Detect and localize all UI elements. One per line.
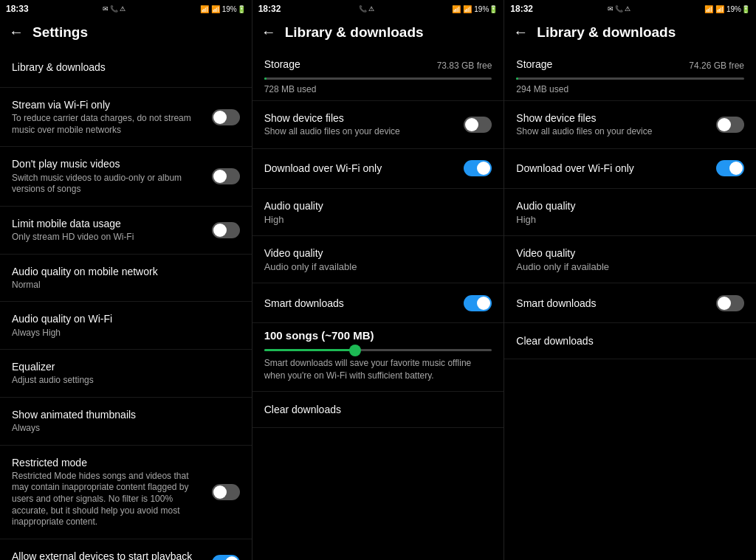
setting-item-animated-thumbnails[interactable]: Show animated thumbnailsAlways (0, 398, 252, 446)
setting-item-show-device-files[interactable]: Show device filesShow all audio files on… (252, 101, 504, 149)
setting-item-dont-play-videos[interactable]: Don't play music videosSwitch music vide… (0, 147, 252, 206)
setting-title: Equalizer (12, 360, 234, 373)
setting-item-audio-quality-2[interactable]: Audio qualityHigh (504, 189, 756, 236)
toggle-switch[interactable] (212, 222, 240, 238)
setting-title: Smart downloads (516, 297, 710, 310)
back-button[interactable]: ← (261, 24, 276, 41)
storage-used-text: 294 MB used (516, 84, 744, 94)
toggle-switch[interactable] (716, 160, 744, 176)
panel-settings-main: 18:33✉📞⚠📶📶19%🔋←SettingsLibrary & downloa… (0, 0, 252, 560)
slider-thumb[interactable] (349, 345, 361, 356)
setting-item-external-devices[interactable]: Allow external devices to start playback… (0, 539, 252, 560)
storage-free: 74.26 GB free (689, 61, 744, 71)
signal-icon: 📶 (463, 5, 472, 13)
setting-value: Audio only if available (516, 261, 738, 272)
setting-item-restricted-mode[interactable]: Restricted modeRestricted Mode hides son… (0, 446, 252, 539)
status-bar: 18:33✉📞⚠📶📶19%🔋 (0, 0, 252, 16)
storage-title: Storage (516, 58, 552, 70)
setting-item-smart-downloads[interactable]: Smart downloads (252, 283, 504, 323)
status-right-icons: 📶📶19%🔋 (200, 5, 246, 13)
wifi-icon: 📶 (452, 5, 461, 13)
setting-item-audio-quality[interactable]: Audio qualityHigh (252, 189, 504, 236)
setting-item-library-downloads[interactable]: Library & downloads (0, 48, 252, 88)
setting-subtitle: Show all audio files on your device (264, 126, 458, 138)
setting-title: Stream via Wi-Fi only (12, 98, 206, 111)
page-title: Library & downloads (285, 24, 424, 41)
setting-subtitle: Only stream HD video on Wi-Fi (12, 232, 206, 243)
toggle-switch[interactable] (212, 555, 240, 560)
back-button[interactable]: ← (513, 24, 528, 41)
setting-title: Show device files (516, 111, 710, 125)
status-time: 18:33 (6, 4, 29, 14)
toggle-switch[interactable] (212, 109, 240, 125)
panel-library-panel-2: 18:32✉📞⚠📶📶19%🔋←Library & downloadsStorag… (504, 0, 756, 560)
setting-item-audio-wifi[interactable]: Audio quality on Wi-FiAlways High (0, 302, 252, 350)
battery-indicator: 19%🔋 (474, 5, 498, 13)
toggle-switch[interactable] (716, 295, 744, 311)
setting-item-stream-wifi[interactable]: Stream via Wi-Fi onlyTo reduce carrier d… (0, 88, 252, 147)
setting-subtitle: Always (12, 423, 234, 435)
setting-subtitle: Switch music videos to audio-only or alb… (12, 173, 206, 196)
msg-notification-icon: ✉ (103, 5, 109, 13)
panel-content: Storage74.26 GB free294 MB usedShow devi… (504, 48, 756, 560)
page-header: ←Settings (0, 16, 252, 48)
setting-item-show-device-files-2[interactable]: Show device filesShow all audio files on… (504, 101, 756, 149)
clear-downloads-button[interactable]: Clear downloads (252, 392, 504, 428)
setting-item-equalizer[interactable]: EqualizerAdjust audio settings (0, 350, 252, 398)
toggle-switch[interactable] (464, 117, 492, 133)
toggle-switch[interactable] (716, 117, 744, 133)
toggle-switch[interactable] (464, 295, 492, 311)
setting-item-download-wifi-2[interactable]: Download over Wi-Fi only (504, 149, 756, 189)
signal-icon: 📶 (211, 5, 220, 13)
slider-description: Smart downloads will save your favorite … (264, 357, 492, 382)
setting-title: Show animated thumbnails (12, 408, 234, 421)
setting-subtitle: Always High (12, 328, 234, 339)
alert-notification-icon: ⚠ (120, 5, 126, 13)
wifi-icon: 📶 (704, 5, 713, 13)
toggle-switch[interactable] (212, 484, 240, 500)
setting-item-limit-mobile[interactable]: Limit mobile data usageOnly stream HD vi… (0, 207, 252, 255)
wifi-icon: 📶 (200, 5, 209, 13)
setting-title: Library & downloads (12, 61, 234, 74)
storage-title: Storage (264, 58, 300, 70)
setting-item-video-quality[interactable]: Video qualityAudio only if available (252, 236, 504, 283)
panel-content: Storage73.83 GB free728 MB usedShow devi… (252, 48, 504, 560)
storage-free: 73.83 GB free (437, 61, 492, 71)
setting-item-download-wifi[interactable]: Download over Wi-Fi only (252, 149, 504, 189)
toggle-switch[interactable] (464, 160, 492, 176)
back-button[interactable]: ← (9, 24, 24, 41)
panels-container: 18:33✉📞⚠📶📶19%🔋←SettingsLibrary & downloa… (0, 0, 756, 560)
status-right-icons: 📶📶19%🔋 (452, 5, 498, 13)
setting-title: Audio quality (264, 199, 487, 212)
page-title: Library & downloads (537, 24, 676, 41)
setting-item-audio-mobile[interactable]: Audio quality on mobile networkNormal (0, 255, 252, 303)
storage-bar (516, 77, 744, 80)
page-header: ←Library & downloads (252, 16, 504, 48)
setting-item-smart-downloads-2[interactable]: Smart downloads (504, 283, 756, 323)
setting-item-video-quality-2[interactable]: Video qualityAudio only if available (504, 236, 756, 283)
storage-section: Storage74.26 GB free294 MB used (504, 48, 756, 101)
call-notification-icon: 📞 (359, 5, 367, 13)
notification-icons: 📞⚠ (359, 5, 374, 13)
slider-label: 100 songs (~700 MB) (264, 329, 492, 342)
status-right-icons: 📶📶19%🔋 (704, 5, 750, 13)
page-title: Settings (32, 24, 88, 41)
setting-title: Smart downloads (264, 297, 458, 310)
setting-title: Restricted mode (12, 456, 206, 469)
slider-section: 100 songs (~700 MB)Smart downloads will … (252, 323, 504, 392)
alert-notification-icon: ⚠ (368, 5, 374, 13)
setting-title: Audio quality on Wi-Fi (12, 312, 234, 325)
setting-subtitle: To reduce carrier data charges, do not s… (12, 113, 206, 136)
battery-indicator: 19%🔋 (222, 5, 246, 13)
storage-used-bar (264, 77, 267, 80)
setting-subtitle: Adjust audio settings (12, 375, 234, 387)
status-bar: 18:32✉📞⚠📶📶19%🔋 (504, 0, 756, 16)
clear-downloads-label: Clear downloads (516, 335, 744, 347)
slider-track[interactable] (264, 349, 492, 351)
setting-title: Download over Wi-Fi only (516, 162, 710, 175)
setting-value: Audio only if available (264, 261, 487, 272)
slider-fill (264, 349, 355, 351)
toggle-switch[interactable] (212, 168, 240, 184)
clear-downloads-button[interactable]: Clear downloads (504, 323, 756, 359)
setting-title: Video quality (264, 246, 487, 260)
